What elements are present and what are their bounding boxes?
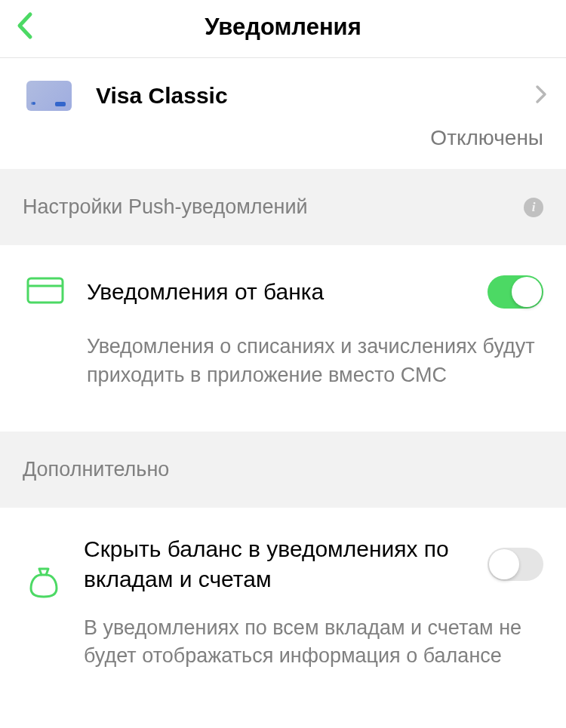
hide-balance-toggle[interactable] (488, 548, 543, 581)
additional-section-header: Дополнительно (0, 432, 566, 508)
push-section-header: Настройки Push-уведомлений i (0, 169, 566, 245)
card-icon (26, 81, 72, 111)
bank-notifications-toggle[interactable] (488, 275, 543, 309)
info-icon[interactable]: i (524, 198, 543, 217)
money-bag-icon (26, 564, 61, 602)
bank-notifications-title: Уведомления от банка (87, 279, 324, 305)
back-button[interactable] (15, 11, 36, 43)
hide-balance-description: В уведомлениях по всем вкладам и счетам … (84, 614, 543, 671)
hide-balance-title: Скрыть баланс в уведомлениях по вкладам … (84, 534, 488, 595)
card-outline-icon (26, 277, 64, 307)
push-section-title: Настройки Push-уведомлений (23, 195, 308, 219)
card-name: Visa Classic (96, 83, 228, 109)
card-status: Отключены (430, 126, 543, 149)
page-title: Уведомления (11, 14, 555, 41)
card-row[interactable]: Visa Classic (0, 58, 566, 118)
card-status-row: Отключены (0, 126, 566, 169)
bank-notifications-description: Уведомления о списаниях и зачислениях бу… (87, 333, 543, 390)
header: Уведомления (0, 0, 566, 58)
chevron-right-icon (535, 84, 547, 107)
hide-balance-row: Скрыть баланс в уведомлениях по вкладам … (0, 508, 566, 690)
bank-notifications-row: Уведомления от банка Уведомления о списа… (0, 245, 566, 409)
svg-rect-0 (28, 278, 63, 303)
